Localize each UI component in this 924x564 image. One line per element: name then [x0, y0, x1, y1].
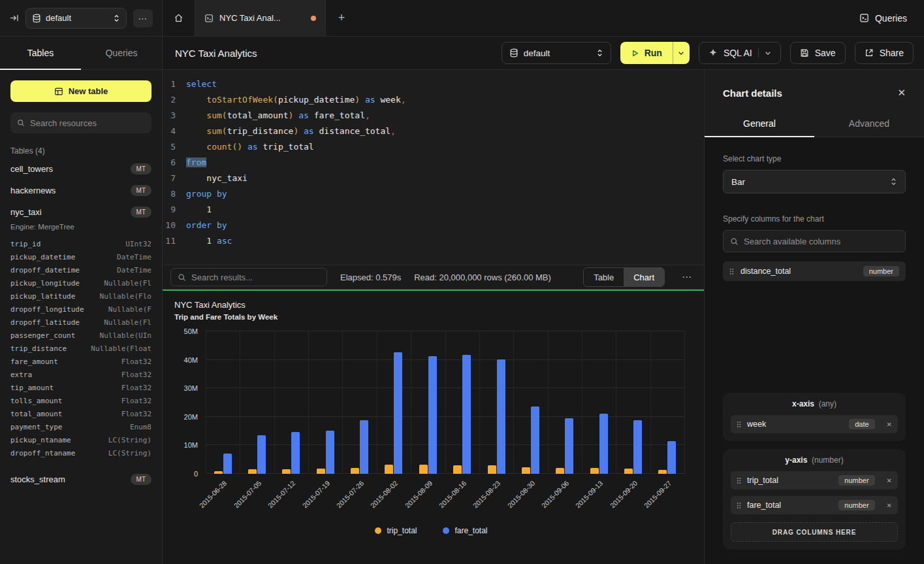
drag-handle-icon[interactable]	[737, 502, 741, 509]
chart-type-select[interactable]: Bar	[723, 170, 906, 193]
axis-column-item[interactable]: trip_totalnumber✕	[731, 471, 898, 489]
save-button[interactable]: Save	[790, 42, 846, 64]
tab-general[interactable]: General	[705, 110, 814, 137]
x-axis-items: weekdate✕	[731, 415, 898, 433]
column-name: dropoff_longitude	[10, 305, 84, 314]
chart-type-label: Select chart type	[723, 154, 906, 163]
x-tick-label: 2015-09-06	[540, 479, 570, 509]
bar-trip_total	[248, 469, 257, 474]
column-name: fare_amount	[10, 357, 58, 366]
line-number: 10	[163, 218, 186, 233]
search-resources-input[interactable]	[30, 118, 145, 128]
drag-handle-icon[interactable]	[737, 477, 741, 484]
bar-trip_total	[556, 468, 564, 474]
database-icon	[32, 14, 41, 23]
query-tab[interactable]: NYC Taxi Anal...	[195, 0, 326, 36]
view-toggle-chart[interactable]: Chart	[624, 268, 664, 286]
axis-label: x-axis	[792, 399, 814, 408]
sidebar-tab-tables[interactable]: Tables	[0, 37, 81, 69]
column-name: distance_total	[741, 267, 791, 276]
search-columns-input[interactable]	[744, 237, 899, 246]
column-item: pickup_latitudeNullable(Flo	[10, 290, 151, 303]
database-name: default	[46, 13, 108, 23]
table-item[interactable]: stocks_streamMT	[10, 469, 151, 490]
collapse-sidebar-button[interactable]	[9, 13, 19, 23]
sidebar-body: New table Tables (4) cell_towersMThacker…	[0, 70, 162, 564]
panel-tabs: General Advanced	[705, 110, 924, 137]
x-tick-label: 2015-07-12	[266, 479, 296, 509]
remove-column-button[interactable]: ✕	[887, 477, 892, 484]
column-type: Float32	[121, 397, 151, 405]
axis-column-item[interactable]: fare_totalnumber✕	[731, 496, 898, 514]
drag-handle-icon[interactable]	[737, 421, 741, 428]
remove-column-button[interactable]: ✕	[887, 421, 892, 428]
sidebar-tab-queries[interactable]: Queries	[81, 37, 162, 69]
sql-ai-button[interactable]: SQL AI	[699, 42, 781, 64]
line-number: 6	[163, 155, 186, 171]
column-item: pickup_longitudeNullable(Fl	[10, 276, 151, 290]
column-type: Float32	[121, 410, 151, 418]
y-axis-title: y-axis (number)	[731, 456, 898, 465]
sql-editor[interactable]: 1select2 toStartOfWeek(pickup_datetime) …	[163, 70, 704, 265]
close-panel-button[interactable]: ✕	[897, 87, 906, 99]
bar-fare_total	[531, 406, 539, 474]
column-name: pickup_ntaname	[10, 436, 71, 444]
column-name: pickup_datetime	[10, 253, 75, 261]
query-tab-title: NYC Taxi Anal...	[219, 13, 281, 23]
chevron-down-icon	[678, 51, 684, 56]
drop-zone[interactable]: DRAG COLUMNS HERE	[731, 522, 898, 542]
available-column-item[interactable]: distance_totalnumber	[723, 261, 906, 281]
toggle-label: Table	[594, 273, 614, 282]
view-toggle-table[interactable]: Table	[584, 268, 624, 286]
queries-button[interactable]: Queries	[859, 13, 907, 24]
bar-group: 2015-08-09	[411, 331, 445, 474]
save-label: Save	[815, 48, 836, 58]
x-axis-title: x-axis (any)	[731, 399, 898, 408]
x-tick-label: 2015-08-30	[505, 479, 535, 509]
chart-legend: trip_totalfare_total	[174, 526, 688, 544]
line-number: 2	[163, 92, 186, 108]
engine-badge: MT	[131, 207, 151, 218]
engine-badge: MT	[131, 185, 151, 196]
header-database-selector[interactable]: default	[502, 42, 611, 64]
drag-handle-icon[interactable]	[729, 268, 734, 275]
table-item[interactable]: cell_towersMT	[10, 158, 151, 180]
column-type: LC(String)	[108, 436, 151, 444]
table-item[interactable]: nyc_taxiMT	[10, 201, 151, 223]
home-button[interactable]	[163, 0, 195, 36]
results-search	[170, 268, 327, 286]
y-tick-label: 20M	[184, 413, 198, 421]
column-item: tip_amountFloat32	[10, 381, 151, 394]
column-type: UInt32	[125, 240, 151, 248]
column-name: pickup_longitude	[10, 279, 80, 288]
workspace: 1select2 toStartOfWeek(pickup_datetime) …	[163, 70, 924, 564]
y-tick-label: 0	[194, 470, 198, 478]
sidebar-database-selector[interactable]: default	[25, 8, 127, 29]
column-item: fare_amountFloat32	[10, 355, 151, 368]
results-more-button[interactable]: ⋯	[678, 271, 696, 283]
column-type: Float32	[121, 384, 151, 392]
y-tick-label: 40M	[184, 356, 198, 364]
search-results-input[interactable]	[191, 273, 320, 282]
column-name: trip_distance	[10, 344, 67, 353]
run-button[interactable]: Run	[620, 42, 673, 64]
tab-advanced[interactable]: Advanced	[814, 110, 924, 137]
sidebar-more-button[interactable]: ⋯	[133, 9, 153, 27]
share-button[interactable]: Share	[855, 42, 914, 64]
database-icon	[509, 48, 518, 58]
new-tab-button[interactable]: +	[326, 0, 357, 36]
chart-subtitle: Trip and Fare Totals by Week	[174, 313, 688, 321]
remove-column-button[interactable]: ✕	[887, 502, 892, 509]
axis-column-item[interactable]: weekdate✕	[731, 415, 898, 433]
x-tick-label: 2015-08-02	[369, 479, 399, 509]
bar-group: 2015-08-02	[377, 331, 411, 474]
results-toolbar: Elapsed: 0.579s Read: 20,000,000 rows (2…	[163, 265, 704, 290]
code-line: 6from	[163, 155, 704, 171]
run-options-button[interactable]	[673, 42, 690, 64]
new-table-button[interactable]: New table	[10, 80, 151, 102]
line-number: 5	[163, 139, 186, 155]
drop-zone-label: DRAG COLUMNS HERE	[773, 529, 857, 536]
table-item[interactable]: hackernewsMT	[10, 180, 151, 201]
gridline-vertical	[684, 331, 685, 474]
column-type: Float32	[121, 357, 151, 366]
